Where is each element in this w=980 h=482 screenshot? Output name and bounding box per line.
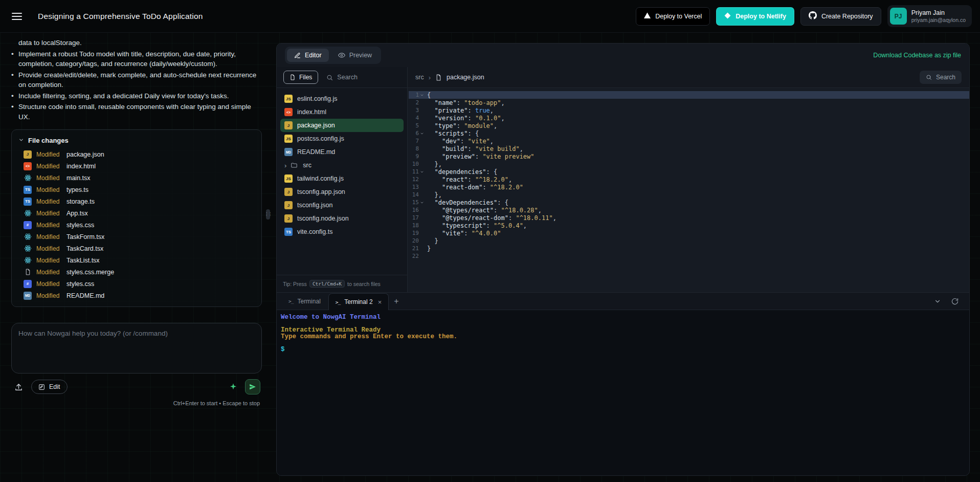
file-change-row[interactable]: ModifiedTaskForm.tsx [18, 231, 255, 243]
file-change-name: main.tsx [66, 174, 91, 182]
json-file-icon: J [284, 214, 293, 223]
json-file-icon: J [284, 201, 293, 209]
chat-input[interactable] [18, 330, 255, 367]
deploy-netlify-button[interactable]: Deploy to Netlify [716, 7, 794, 26]
terminal-tab-terminal-2[interactable]: >_Terminal 2× [328, 293, 389, 310]
file-change-status: Modified [36, 233, 62, 240]
file-change-row[interactable]: MDModifiedREADME.md [18, 290, 255, 301]
explorer-search[interactable]: Search [326, 74, 358, 81]
file-change-row[interactable]: Modifiedmain.tsx [18, 172, 255, 184]
user-profile[interactable]: PJ Priyam Jain priyam.jain@aqylon.co [887, 5, 972, 27]
file-change-row[interactable]: TSModifiedstorage.ts [18, 195, 255, 207]
explorer-item-index.html[interactable]: <>index.html [280, 105, 404, 119]
line-gutter: 12 [409, 176, 425, 183]
file-change-row[interactable]: #Modifiedstyles.css [18, 219, 255, 231]
code-text: "scripts": { [427, 130, 479, 137]
line-gutter: 13 [409, 184, 425, 190]
terminal-tabbar: >_Terminal>_Terminal 2× + [277, 293, 969, 310]
requirement-bullet: Provide create/edit/delete, mark complet… [11, 70, 262, 90]
search-icon [326, 74, 333, 81]
eye-icon [338, 52, 345, 59]
code-line-6: 6 "scripts": { [409, 129, 969, 137]
line-gutter: 14 [409, 191, 425, 198]
file-change-row[interactable]: <>Modifiedindex.html [18, 160, 255, 172]
download-zip-link[interactable]: Download Codebase as zip file [873, 52, 961, 59]
fold-chevron-icon[interactable] [419, 93, 425, 97]
panel-resize-handle[interactable]: ⋮⋮ [266, 209, 270, 220]
line-number: 15 [412, 199, 419, 206]
send-button[interactable] [245, 379, 260, 395]
line-number: 21 [412, 245, 419, 252]
upload-button[interactable] [13, 381, 25, 393]
breadcrumb-file[interactable]: package.json [447, 74, 484, 81]
send-icon [249, 383, 256, 390]
search-icon [926, 74, 932, 80]
refresh-icon [951, 298, 959, 305]
chat-input-box[interactable] [11, 323, 262, 374]
fold-chevron-icon[interactable] [419, 170, 425, 174]
code-text: "dependencies": { [427, 168, 497, 176]
explorer-item-package.json[interactable]: Jpackage.json [280, 119, 404, 132]
file-change-row[interactable]: TSModifiedtypes.ts [18, 184, 255, 195]
line-number: 5 [415, 122, 419, 129]
terminal-line: Type commands and press Enter to execute… [281, 334, 964, 340]
edit-mode-button[interactable]: Edit [31, 380, 68, 394]
line-number: 2 [415, 99, 419, 106]
chat-toolbar: Edit [11, 379, 262, 395]
requirements-list: Implement a robust Todo model with title… [11, 49, 262, 122]
code-line-10: 10 }, [409, 160, 969, 168]
close-icon[interactable]: × [378, 298, 382, 306]
ts-file-icon: TS [24, 198, 32, 206]
explorer-item-tsconfig.json[interactable]: Jtsconfig.json [280, 199, 404, 212]
file-change-name: styles.css [66, 222, 94, 229]
collapse-terminal-button[interactable] [932, 296, 943, 306]
terminal-output[interactable]: Welcome to NowgAI Terminal Interactive T… [277, 310, 969, 475]
fold-chevron-icon[interactable] [419, 132, 425, 136]
file-changes-header[interactable]: File changes [18, 136, 255, 145]
code-text: } [427, 237, 438, 245]
explorer-item-eslint.config.js[interactable]: JSeslint.config.js [280, 92, 404, 105]
line-gutter: 6 [409, 130, 425, 137]
restart-terminal-button[interactable] [950, 296, 960, 306]
file-change-row[interactable]: ModifiedTaskCard.tsx [18, 243, 255, 254]
add-terminal-button[interactable]: + [389, 297, 404, 306]
file-change-row[interactable]: #Modifiedstyles.css [18, 278, 255, 290]
create-repository-button[interactable]: Create Repository [800, 7, 881, 26]
explorer-item-tsconfig.app.json[interactable]: Jtsconfig.app.json [280, 185, 404, 199]
explorer-item-src[interactable]: ›src [280, 159, 404, 172]
tab-editor[interactable]: Editor [287, 49, 329, 62]
explorer-item-tailwind.config.js[interactable]: JStailwind.config.js [280, 172, 404, 185]
html-file-icon: <> [284, 108, 293, 116]
terminal-tab-terminal[interactable]: >_Terminal [282, 293, 327, 310]
tab-preview[interactable]: Preview [331, 49, 379, 62]
ide-body: Files Search JSeslint.config.js<>index.h… [277, 67, 969, 292]
file-change-row[interactable]: ModifiedApp.tsx [18, 207, 255, 219]
menu-icon[interactable] [8, 8, 26, 25]
tip-prefix: Tip: Press [283, 281, 307, 287]
enhance-button[interactable] [228, 381, 239, 392]
explorer-item-tsconfig.node.json[interactable]: Jtsconfig.node.json [280, 212, 404, 225]
file-change-row[interactable]: JModifiedpackage.json [18, 148, 255, 160]
code-area[interactable]: 1{2 "name": "todo-app",3 "private": true… [408, 88, 969, 292]
code-line-9: 9 "preview": "vite preview" [409, 152, 969, 160]
tip-suffix: to search files [347, 281, 381, 287]
terminal-prompt-icon: >_ [336, 299, 340, 305]
explorer-item-vite.config.ts[interactable]: TSvite.config.ts [280, 225, 404, 238]
explorer-item-postcss.config.js[interactable]: JSpostcss.config.js [280, 132, 404, 145]
line-gutter: 5 [409, 122, 425, 129]
terminal-panel: >_Terminal>_Terminal 2× + Welcome to Now… [277, 292, 969, 475]
file-change-status: Modified [36, 292, 62, 299]
breadcrumb-folder[interactable]: src [415, 74, 424, 81]
fold-chevron-icon[interactable] [419, 201, 425, 205]
editor-preview-tabs: Editor Preview [285, 47, 381, 64]
line-number: 16 [412, 207, 419, 213]
file-change-row[interactable]: Modifiedstyles.css.merge [18, 266, 255, 278]
files-filter-button[interactable]: Files [283, 71, 318, 84]
header-actions: Deploy to Vercel Deploy to Netlify Creat… [636, 5, 972, 27]
explorer-item-README.md[interactable]: MDREADME.md [280, 145, 404, 159]
file-change-row[interactable]: ModifiedTaskList.tsx [18, 254, 255, 266]
deploy-vercel-button[interactable]: Deploy to Vercel [636, 7, 710, 26]
file-file-icon [24, 268, 32, 276]
file-change-status: Modified [36, 151, 62, 158]
editor-search-button[interactable]: Search [920, 71, 962, 84]
